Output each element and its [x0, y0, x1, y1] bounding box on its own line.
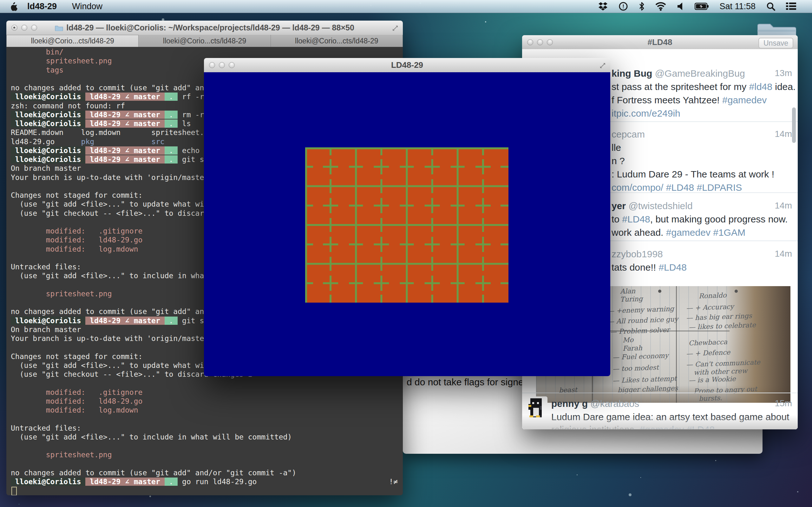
terminal-line — [11, 459, 403, 468]
handwritten-note: Prone to angry out — [694, 385, 757, 395]
tweet-text: tats done!! #LD48 — [612, 262, 687, 275]
tweet-timestamp: 14m — [775, 249, 792, 259]
game-window-title: LD48-29 — [204, 60, 610, 70]
star — [641, 477, 641, 478]
tweet-author[interactable]: yer @twistedshield — [612, 201, 693, 213]
terminal-line: Untracked files: — [11, 424, 403, 433]
unsave-button[interactable]: Unsave — [758, 38, 793, 49]
star — [577, 474, 577, 475]
tweet-author[interactable]: king Bug @GameBreakingBug — [612, 68, 745, 81]
terminal-line: modified: ld48-29.go — [11, 397, 403, 406]
tweet-timestamp: 14m — [775, 129, 792, 139]
tweet-timestamp: 15m — [775, 398, 792, 408]
terminal-line: lloeki@Coriolis ld48-29 ∠ master . go ru… — [11, 477, 403, 486]
tweet-author[interactable]: zzybob1998 — [612, 249, 663, 262]
handwritten-note: Mo — [622, 336, 633, 344]
handwritten-note: — + Defence — [686, 348, 730, 357]
terminal-tab-1[interactable]: lloeki@Corio...cts/ld48-29 — [6, 35, 139, 47]
game-titlebar[interactable]: LD48-29 — [204, 58, 610, 72]
volume-icon[interactable] — [677, 2, 684, 10]
fullscreen-icon[interactable] — [392, 24, 399, 32]
tweet-divider — [522, 393, 798, 393]
game-canvas — [204, 72, 610, 376]
star — [149, 496, 151, 497]
tweet-text: itpic.com/e249ih — [612, 108, 680, 121]
terminal-tab-3[interactable]: lloeki@Corio...cts/ld48-29 — [271, 35, 403, 47]
tweet-timestamp: 14m — [775, 201, 792, 211]
terminal-line: modified: log.mdown — [11, 406, 403, 414]
terminal-tab-2[interactable]: lloeki@Corio...cts/ld48-29 — [139, 35, 270, 47]
handwritten-note: Alan — [620, 287, 635, 295]
star — [19, 504, 19, 504]
handwritten-note: — too modest — [612, 363, 658, 373]
tweet-text: com/compo/ #LD48 #LDPARIS — [612, 182, 742, 195]
tweet-author[interactable]: penny g @karabaos — [551, 398, 639, 411]
wifi-icon[interactable] — [655, 2, 666, 11]
terminal-line — [11, 414, 403, 424]
terminal-line — [11, 379, 403, 388]
svg-text:!: ! — [623, 3, 624, 9]
handwritten-note: Chewbacca — [689, 338, 728, 347]
terminal-line — [11, 441, 403, 450]
handwritten-note: Farah — [622, 344, 642, 352]
terminal-tabbar[interactable]: lloeki@Corio...cts/ld48-29lloeki@Corio..… — [6, 35, 403, 47]
menu-bar: ld48-29 Window ! — [0, 0, 812, 13]
handwritten-note: Turing — [620, 295, 643, 303]
handwritten-note: bursts. — [699, 394, 722, 403]
spritesheet-grid — [305, 147, 508, 302]
tweet-text: to #LD48, but making good progress now. — [612, 214, 788, 227]
terminal-line: no changes added to commit (use "git add… — [11, 468, 403, 477]
terminal-line: modified: .gitignore — [11, 388, 403, 397]
time-machine-icon[interactable]: ! — [618, 2, 628, 11]
terminal-line: spritesheet.png — [11, 450, 403, 459]
terminal-titlebar[interactable]: ld48-29 — lloeki@Coriolis: ~/Workspace/p… — [6, 20, 403, 35]
menu-item-window[interactable]: Window — [72, 2, 102, 11]
bluetooth-icon[interactable] — [639, 2, 645, 11]
menu-bar-clock[interactable]: Sat 11:58 — [719, 2, 756, 11]
tweet-text: : Ludum Dare 29 - The teams at work ! — [612, 169, 774, 181]
twitter-window-title: #LD48 — [522, 38, 798, 47]
folder-icon — [55, 25, 63, 31]
prompt-status-indicator: !≠ — [389, 477, 398, 486]
window-bottom-fade — [522, 415, 798, 429]
tweet-text: lle — [612, 142, 621, 155]
background-window-text: d do not take flags for signe — [407, 377, 524, 388]
tweet-timestamp: 13m — [775, 68, 792, 78]
tweet-text: st pass at the spritesheet for my #ld48 … — [612, 81, 796, 94]
spotlight-icon[interactable] — [766, 2, 775, 11]
star — [629, 493, 631, 496]
active-app-name[interactable]: ld48-29 — [27, 2, 57, 11]
handwritten-note: with other crew — [694, 367, 748, 377]
star — [715, 460, 716, 461]
terminal-title: ld48-29 — lloeki@Coriolis: ~/Workspace/p… — [6, 23, 403, 32]
dropbox-icon[interactable] — [598, 2, 608, 11]
battery-icon[interactable] — [695, 3, 709, 10]
game-window[interactable]: LD48-29 — [204, 58, 610, 376]
terminal-cursor — [11, 487, 17, 495]
tweet-text: work ahead. #gamedev #1GAM — [612, 227, 745, 240]
terminal-line: (use "git add <file>..." to include in w… — [11, 433, 403, 441]
tweet-author[interactable]: cepcam — [612, 129, 645, 142]
apple-icon[interactable] — [9, 2, 18, 11]
star — [485, 21, 486, 22]
terminal-line: bin/ — [11, 48, 403, 56]
scrollbar[interactable] — [792, 107, 796, 143]
tweet-text: f Fortress meets Yahtzee! #gamedev — [612, 95, 767, 107]
tweet-text: n ? — [612, 156, 625, 168]
handwritten-note: Ronaldo — [699, 291, 727, 300]
twitter-titlebar[interactable]: #LD48 Unsave — [522, 35, 798, 50]
terminal-line — [11, 486, 403, 495]
fullscreen-icon[interactable] — [599, 62, 606, 69]
notification-center-icon[interactable] — [786, 2, 796, 10]
star — [797, 491, 798, 492]
